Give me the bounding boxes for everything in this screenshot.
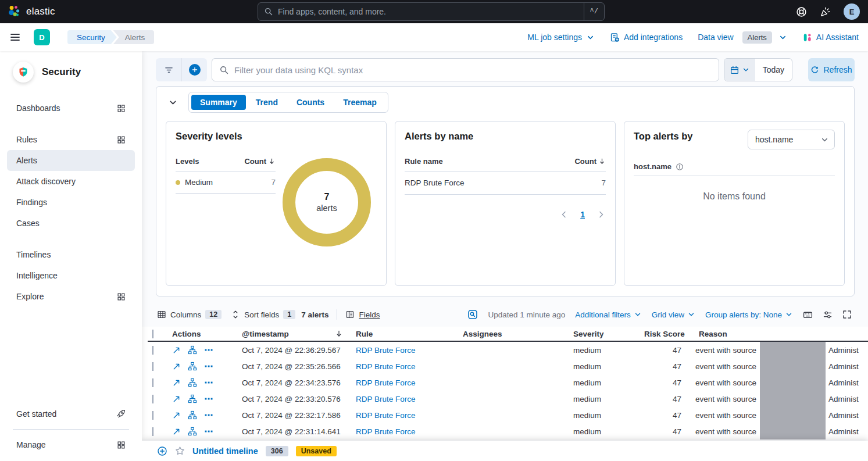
global-search[interactable]: ^/ (258, 2, 605, 21)
col-risk-score[interactable]: Risk Score (644, 330, 690, 338)
kql-input[interactable] (234, 65, 712, 75)
add-integrations-link[interactable]: Add integrations (610, 33, 683, 42)
sidebar-item-explore[interactable]: Explore (7, 286, 135, 307)
menu-icon[interactable] (9, 31, 21, 43)
additional-filters-menu[interactable]: Additional filters (575, 310, 641, 319)
sidebar-item-intelligence[interactable]: Intelligence (7, 265, 135, 286)
space-badge[interactable]: D (34, 29, 50, 45)
user-avatar[interactable]: E (844, 3, 860, 20)
favorite-star-icon[interactable] (175, 446, 185, 456)
ml-job-settings-menu[interactable]: ML job settings (527, 33, 595, 42)
severity-row-medium[interactable]: Medium 7 (176, 171, 276, 194)
timeline-title[interactable]: Untitled timeline (192, 446, 258, 456)
display-options-icon[interactable] (823, 310, 833, 320)
analyzer-icon[interactable] (188, 394, 197, 403)
analyzer-icon[interactable] (188, 345, 197, 355)
row-checkbox[interactable] (152, 411, 153, 420)
sidebar-item-findings[interactable]: Findings (7, 192, 135, 213)
more-actions-icon[interactable] (204, 378, 213, 387)
analyzer-icon[interactable] (188, 362, 197, 371)
rule-link[interactable]: RDP Brute Force (356, 395, 463, 403)
more-actions-icon[interactable] (204, 394, 213, 403)
ai-assistant-button[interactable]: AI Assistant (802, 33, 859, 42)
tab-trend[interactable]: Trend (247, 95, 287, 110)
sidebar-item-cases[interactable]: Cases (7, 213, 135, 234)
top-alerts-field-select[interactable]: host.name (748, 130, 835, 149)
rule-link[interactable]: RDP Brute Force (356, 346, 463, 355)
newsfeed-icon[interactable] (820, 6, 831, 17)
chevron-left-icon[interactable] (559, 210, 569, 219)
sidebar-item-get-started[interactable]: Get started (7, 403, 135, 424)
expand-alert-icon[interactable] (172, 346, 181, 355)
sidebar-item-timelines[interactable]: Timelines (7, 244, 135, 265)
sidebar-item-manage[interactable]: Manage (7, 434, 135, 455)
col-severity[interactable]: Severity (573, 330, 644, 338)
row-checkbox[interactable] (152, 362, 153, 371)
fields-button[interactable]: Fields (345, 310, 380, 319)
alerts-summary-panel: Summary Trend Counts Treemap Severity le… (156, 86, 855, 296)
elastic-brand[interactable]: elastic (0, 5, 55, 19)
sidebar-item-attack-discovery[interactable]: Attack discovery (7, 171, 135, 192)
group-alerts-menu[interactable]: Group alerts by: None (705, 310, 793, 319)
filter-menu-button[interactable] (156, 58, 181, 81)
more-actions-icon[interactable] (204, 427, 213, 436)
shield-icon (17, 66, 29, 78)
rule-link[interactable]: RDP Brute Force (356, 427, 463, 436)
info-icon[interactable] (676, 163, 684, 171)
global-search-input[interactable] (278, 7, 584, 16)
severity-cell: medium (573, 362, 644, 371)
more-actions-icon[interactable] (204, 410, 213, 420)
reason-cell: event with sourceAdminist (690, 358, 868, 374)
col-timestamp[interactable]: @timestamp (242, 330, 356, 338)
refresh-button[interactable]: Refresh (808, 58, 855, 81)
breadcrumb-security[interactable]: Security (67, 30, 117, 44)
expand-alert-icon[interactable] (172, 427, 181, 436)
inspect-icon[interactable] (467, 309, 478, 320)
help-icon[interactable] (796, 6, 807, 17)
sidebar-item-rules[interactable]: Rules (7, 129, 135, 150)
alerts-by-name-row[interactable]: RDP Brute Force 7 (405, 171, 606, 195)
analyzer-icon[interactable] (188, 410, 197, 420)
row-checkbox[interactable] (152, 395, 153, 403)
date-picker-calendar-button[interactable] (724, 59, 755, 81)
columns-button[interactable]: Columns 12 (157, 310, 222, 319)
sidebar-item-alerts[interactable]: Alerts (7, 150, 135, 171)
date-range-value[interactable]: Today (755, 59, 792, 81)
more-actions-icon[interactable] (204, 362, 213, 371)
add-filter-button[interactable] (181, 58, 207, 81)
col-assignees[interactable]: Assignees (463, 330, 573, 338)
grid-view-menu[interactable]: Grid view (652, 310, 695, 319)
sort-fields-button[interactable]: Sort fields 1 (231, 310, 295, 319)
row-checkbox[interactable] (152, 378, 153, 387)
row-checkbox[interactable] (152, 427, 153, 436)
col-reason[interactable]: Reason (690, 330, 868, 338)
page-number-1[interactable]: 1 (580, 210, 585, 219)
add-timeline-icon[interactable] (157, 446, 167, 456)
collapse-panel-button[interactable] (166, 95, 180, 110)
keyboard-icon[interactable] (803, 310, 813, 320)
tab-counts[interactable]: Counts (288, 95, 333, 110)
tab-summary[interactable]: Summary (191, 95, 246, 110)
row-checkbox[interactable] (152, 346, 153, 355)
count-col[interactable]: Count (574, 157, 606, 166)
fullscreen-icon[interactable] (842, 310, 852, 319)
analyzer-icon[interactable] (188, 427, 197, 436)
expand-alert-icon[interactable] (172, 378, 181, 387)
chevron-right-icon[interactable] (596, 210, 606, 219)
col-rule[interactable]: Rule (356, 330, 463, 338)
expand-alert-icon[interactable] (172, 411, 181, 420)
more-actions-icon[interactable] (204, 345, 213, 355)
expand-alert-icon[interactable] (172, 362, 181, 371)
data-view-picker[interactable]: Data view Alerts (698, 31, 787, 44)
rule-link[interactable]: RDP Brute Force (356, 411, 463, 420)
kql-search-bar[interactable] (212, 58, 719, 81)
severity-count: 7 (271, 178, 276, 187)
severity-col-count[interactable]: Count (244, 157, 276, 166)
expand-alert-icon[interactable] (172, 395, 181, 403)
select-all-checkbox[interactable] (152, 330, 153, 338)
tab-treemap[interactable]: Treemap (334, 95, 385, 110)
rule-link[interactable]: RDP Brute Force (356, 378, 463, 387)
sidebar-item-dashboards[interactable]: Dashboards (7, 98, 135, 119)
analyzer-icon[interactable] (188, 378, 197, 387)
rule-link[interactable]: RDP Brute Force (356, 362, 463, 371)
